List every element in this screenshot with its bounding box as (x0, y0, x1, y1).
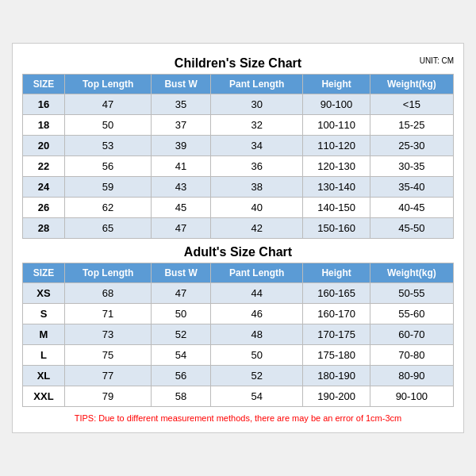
children-title-text: Children's Size Chart (175, 56, 301, 70)
table-cell: 41 (152, 156, 211, 177)
tips-text: TIPS: Due to different measurement metho… (22, 413, 454, 423)
table-cell: 53 (65, 136, 152, 156)
table-cell: 130-140 (303, 177, 370, 198)
table-cell: 32 (210, 115, 302, 136)
table-cell: 42 (210, 218, 302, 239)
table-cell: 48 (210, 324, 302, 345)
table-row: 26624540140-15040-45 (23, 198, 454, 218)
table-cell: 16 (23, 94, 65, 115)
adult-col-header-top-length: Top Length (65, 263, 152, 283)
table-row: 28654742150-16045-50 (23, 218, 454, 239)
table-cell: 62 (65, 198, 152, 218)
table-cell: 34 (210, 136, 302, 156)
adult-title-text: Adult's Size Chart (184, 245, 292, 259)
table-cell: 30 (210, 94, 302, 115)
table-cell: 47 (65, 94, 152, 115)
children-header-row: SIZE Top Length Bust W Pant Length Heigh… (23, 75, 454, 94)
table-cell: 190-200 (303, 386, 370, 407)
table-cell: 45-50 (370, 218, 453, 239)
table-cell: 55-60 (370, 304, 453, 324)
table-cell: 50-55 (370, 283, 453, 304)
table-cell: 52 (210, 366, 302, 386)
table-cell: 28 (23, 218, 65, 239)
table-cell: L (23, 345, 65, 366)
table-cell: 160-170 (303, 304, 370, 324)
children-size-table: SIZE Top Length Bust W Pant Length Heigh… (22, 74, 454, 239)
table-cell: 44 (210, 283, 302, 304)
col-header-pant-length: Pant Length (210, 75, 302, 94)
table-row: 18503732100-11015-25 (23, 115, 454, 136)
table-cell: 22 (23, 156, 65, 177)
table-cell: 77 (65, 366, 152, 386)
table-cell: 39 (152, 136, 211, 156)
table-cell: 65 (65, 218, 152, 239)
table-cell: 170-175 (303, 324, 370, 345)
table-cell: 90-100 (370, 386, 453, 407)
table-cell: 60-70 (370, 324, 453, 345)
table-cell: 175-180 (303, 345, 370, 366)
table-row: 1647353090-100<15 (23, 94, 454, 115)
table-cell: 50 (65, 115, 152, 136)
table-row: 22564136120-13030-35 (23, 156, 454, 177)
table-cell: 40 (210, 198, 302, 218)
col-header-bust-w: Bust W (152, 75, 211, 94)
table-cell: 50 (210, 345, 302, 366)
table-cell: 26 (23, 198, 65, 218)
table-cell: XXL (23, 386, 65, 407)
table-cell: 46 (210, 304, 302, 324)
table-cell: 71 (65, 304, 152, 324)
table-cell: 25-30 (370, 136, 453, 156)
table-cell: 37 (152, 115, 211, 136)
table-cell: 68 (65, 283, 152, 304)
table-cell: 30-35 (370, 156, 453, 177)
table-cell: 38 (210, 177, 302, 198)
adult-header-row: SIZE Top Length Bust W Pant Length Heigh… (23, 263, 454, 283)
adult-col-header-size: SIZE (23, 263, 65, 283)
table-cell: 47 (152, 283, 211, 304)
table-row: XL775652180-19080-90 (23, 366, 454, 386)
table-cell: 24 (23, 177, 65, 198)
adult-size-table: SIZE Top Length Bust W Pant Length Heigh… (22, 263, 454, 407)
table-cell: 52 (152, 324, 211, 345)
table-cell: 18 (23, 115, 65, 136)
table-cell: 50 (152, 304, 211, 324)
table-cell: 40-45 (370, 198, 453, 218)
adult-col-header-pant-length: Pant Length (210, 263, 302, 283)
table-cell: 120-130 (303, 156, 370, 177)
table-cell: 54 (152, 345, 211, 366)
table-cell: 140-150 (303, 198, 370, 218)
table-cell: 70-80 (370, 345, 453, 366)
adult-title: Adult's Size Chart (22, 239, 454, 263)
table-cell: XS (23, 283, 65, 304)
table-row: XS684744160-16550-55 (23, 283, 454, 304)
table-cell: 47 (152, 218, 211, 239)
adult-col-header-bust-w: Bust W (152, 263, 211, 283)
table-row: 24594338130-14035-40 (23, 177, 454, 198)
table-cell: 75 (65, 345, 152, 366)
table-cell: 80-90 (370, 366, 453, 386)
table-cell: 180-190 (303, 366, 370, 386)
table-cell: 20 (23, 136, 65, 156)
chart-container: Children's Size Chart UNIT: CM SIZE Top … (12, 43, 464, 433)
unit-label: UNIT: CM (420, 56, 454, 65)
table-cell: 58 (152, 386, 211, 407)
adult-col-header-height: Height (303, 263, 370, 283)
table-row: M735248170-17560-70 (23, 324, 454, 345)
table-cell: 160-165 (303, 283, 370, 304)
table-cell: 35 (152, 94, 211, 115)
col-header-top-length: Top Length (65, 75, 152, 94)
table-cell: <15 (370, 94, 453, 115)
table-cell: XL (23, 366, 65, 386)
table-row: S715046160-17055-60 (23, 304, 454, 324)
children-title: Children's Size Chart UNIT: CM (22, 52, 454, 74)
table-cell: S (23, 304, 65, 324)
col-header-size: SIZE (23, 75, 65, 94)
table-cell: 150-160 (303, 218, 370, 239)
table-cell: 73 (65, 324, 152, 345)
table-cell: M (23, 324, 65, 345)
table-cell: 110-120 (303, 136, 370, 156)
table-row: L755450175-18070-80 (23, 345, 454, 366)
table-cell: 35-40 (370, 177, 453, 198)
table-cell: 59 (65, 177, 152, 198)
table-cell: 15-25 (370, 115, 453, 136)
